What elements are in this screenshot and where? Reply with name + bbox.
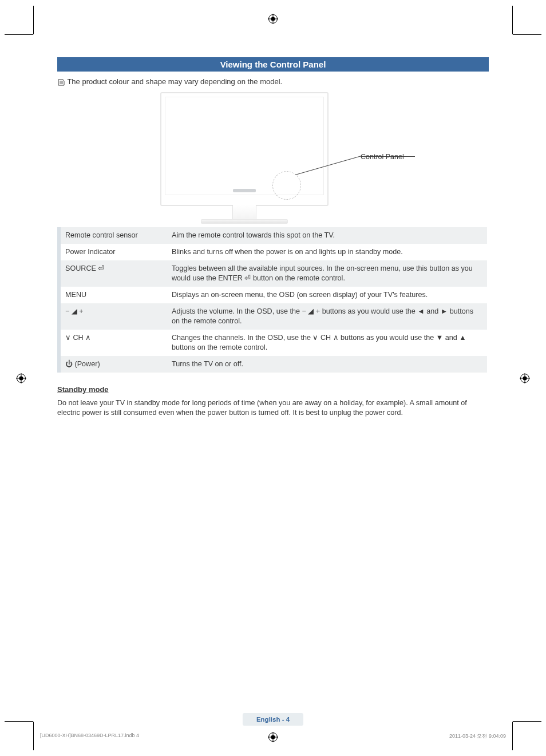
crop-mark <box>5 34 33 35</box>
tv-figure: Control Panel <box>57 92 489 224</box>
row-label: Power Indicator <box>59 244 167 260</box>
registration-mark-icon <box>16 373 26 383</box>
table-row: ⏻ (Power) Turns the TV on or off. <box>59 356 487 373</box>
crop-mark <box>33 722 34 750</box>
print-file-info: [UD6000-XH]BN68-03469D-LPRL17.indb 4 <box>40 733 139 740</box>
registration-mark-icon <box>268 14 278 24</box>
row-desc: Turns the TV on or off. <box>167 356 487 373</box>
table-row: Power Indicator Blinks and turns off whe… <box>59 244 487 260</box>
tv-illustration <box>160 92 329 206</box>
note-icon <box>57 78 65 86</box>
print-date-info: 2011-03-24 오전 9:04:09 <box>449 733 506 740</box>
control-panel-callout-circle <box>272 171 301 200</box>
row-desc: Toggles between all the available input … <box>167 260 487 287</box>
page-footer: English - 4 <box>243 713 303 726</box>
registration-mark-icon <box>520 373 530 383</box>
crop-mark <box>5 721 33 722</box>
table-row: − ◢ + Adjusts the volume. In the OSD, us… <box>59 303 487 330</box>
row-label: ∨ CH ∧ <box>59 330 167 356</box>
standby-paragraph: Do not leave your TV in standby mode for… <box>57 398 489 418</box>
row-label: SOURCE ⏎ <box>59 260 167 287</box>
crop-mark <box>513 34 541 35</box>
row-label: MENU <box>59 287 167 303</box>
row-desc: Aim the remote control towards this spot… <box>167 227 487 244</box>
row-label: − ◢ + <box>59 303 167 330</box>
table-row: MENU Displays an on-screen menu, the OSD… <box>59 287 487 303</box>
note-text: The product colour and shape may vary de… <box>67 77 282 86</box>
row-desc: Blinks and turns off when the power is o… <box>167 244 487 260</box>
crop-mark <box>512 6 513 34</box>
row-label: ⏻ (Power) <box>59 356 167 373</box>
crop-mark <box>512 722 513 750</box>
crop-mark <box>33 6 34 34</box>
row-desc: Displays an on-screen menu, the OSD (on … <box>167 287 487 303</box>
table-row: Remote control sensor Aim the remote con… <box>59 227 487 244</box>
table-row: SOURCE ⏎ Toggles between all the availab… <box>59 260 487 287</box>
row-label: Remote control sensor <box>59 227 167 244</box>
control-panel-label: Control Panel <box>361 153 404 161</box>
standby-heading: Standby mode <box>57 385 489 394</box>
row-desc: Changes the channels. In the OSD, use th… <box>167 330 487 356</box>
control-panel-table: Remote control sensor Aim the remote con… <box>57 227 489 373</box>
row-desc: Adjusts the volume. In the OSD, use the … <box>167 303 487 330</box>
table-row: ∨ CH ∧ Changes the channels. In the OSD,… <box>59 330 487 356</box>
crop-mark <box>513 721 541 722</box>
section-title: Viewing the Control Panel <box>57 57 489 72</box>
note-line: The product colour and shape may vary de… <box>57 77 489 86</box>
